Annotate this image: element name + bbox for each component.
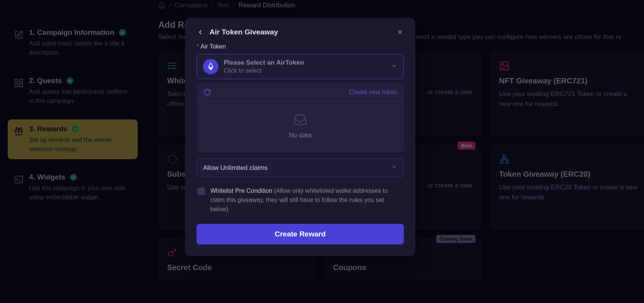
whitelist-precondition-label: Whitelist Pre Condition (Allow only whit… bbox=[210, 186, 403, 214]
whitelist-precondition-checkbox[interactable] bbox=[197, 187, 205, 195]
refresh-icon[interactable] bbox=[203, 88, 211, 96]
air-token-modal: Air Token Giveaway *Air Token Please Sel… bbox=[185, 18, 415, 256]
claims-select[interactable]: Allow Unlimited claims bbox=[197, 158, 404, 177]
create-new-token-link[interactable]: Create new token bbox=[349, 89, 397, 96]
select-placeholder-line2: Click to select bbox=[224, 67, 386, 74]
close-icon[interactable] bbox=[396, 28, 404, 36]
back-icon[interactable] bbox=[197, 28, 204, 36]
token-avatar-icon bbox=[203, 59, 218, 74]
chevron-down-icon bbox=[391, 164, 397, 172]
air-token-select[interactable]: Please Select an AirToken Click to selec… bbox=[197, 54, 404, 79]
create-reward-button[interactable]: Create Reward bbox=[197, 224, 404, 244]
empty-state: No data bbox=[197, 102, 404, 152]
select-placeholder-line1: Please Select an AirToken bbox=[224, 59, 386, 67]
no-data-text: No data bbox=[289, 132, 312, 139]
chevron-down-icon bbox=[391, 63, 397, 70]
air-token-label: *Air Token bbox=[197, 43, 404, 50]
token-dropdown-panel: Create new token No data bbox=[197, 83, 404, 152]
claims-select-value: Allow Unlimited claims bbox=[203, 164, 268, 172]
modal-title: Air Token Giveaway bbox=[210, 28, 391, 36]
inbox-icon bbox=[290, 112, 310, 127]
